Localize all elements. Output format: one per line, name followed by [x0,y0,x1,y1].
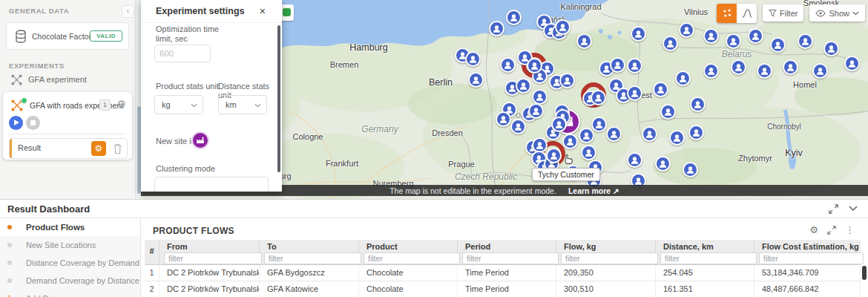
filter-input[interactable] [462,252,559,264]
customer-marker[interactable] [703,28,719,44]
customer-marker[interactable] [576,33,592,49]
show-button[interactable]: Show [809,4,865,22]
result-accent-bar [10,139,12,158]
customer-marker[interactable] [844,56,860,71]
customer-marker[interactable] [798,33,813,49]
filter-input[interactable] [164,252,262,264]
result-item[interactable]: Result ⚙ [9,138,128,159]
table-scrollbar-track[interactable] [862,266,867,296]
sidebar-item-gfa-experiment[interactable]: GFA experiment [0,71,135,89]
customer-marker[interactable] [783,59,798,75]
customer-marker[interactable] [660,104,676,120]
gear-icon[interactable]: ⚙ [809,224,818,235]
chevron-down-icon[interactable] [849,206,858,212]
column-label: From [160,240,259,251]
customer-marker[interactable] [591,117,607,132]
table-row[interactable]: 2DC 2 Piotrków TrybunalskiGFA KatowiceCh… [145,281,861,297]
customer-marker[interactable] [642,126,657,142]
stop-experiment-button[interactable] [26,116,40,130]
customer-marker[interactable] [506,10,522,25]
expand-icon[interactable] [829,204,838,214]
sidebar-item-gfa-with-roads-experiment[interactable]: GFA with roads experiment 1 ⚙ Result ⚙ [3,92,132,160]
customer-marker[interactable] [655,156,671,172]
customer-marker[interactable] [510,119,526,134]
clustering-mode-select[interactable] [154,177,269,192]
customer-marker[interactable] [489,21,504,36]
product-stats-unit-select[interactable]: kg [154,95,203,114]
run-experiment-button[interactable] [9,116,23,130]
customer-marker[interactable] [627,58,642,74]
customer-marker[interactable] [675,71,691,86]
customer-marker[interactable] [579,128,594,143]
scenario-card[interactable]: Chocolate Factory GFA wit... VALID [6,22,129,50]
customer-marker[interactable] [610,57,625,73]
customer-marker[interactable] [653,82,668,97]
customer-marker[interactable] [812,63,828,79]
optimization-time-input[interactable] [154,45,211,62]
table-cell: DC 2 Piotrków Trybunalski [160,265,260,281]
filter-input[interactable] [364,252,460,264]
dashboard-menu-item[interactable]: New Site Locations [0,236,140,254]
customer-marker[interactable] [468,72,484,88]
collapse-sidebar-button[interactable]: ‹ [122,5,134,18]
kebab-menu-icon[interactable]: ⋮ [845,224,855,235]
customer-marker[interactable] [731,59,746,75]
customer-marker[interactable] [562,134,578,149]
close-icon[interactable]: × [260,5,266,17]
filter-button[interactable]: Filter [763,4,803,22]
table-scrollbar-thumb[interactable] [862,266,867,280]
customer-marker[interactable] [546,148,562,163]
customer-marker[interactable] [770,37,786,53]
dashboard-menu-item[interactable]: +Add Page [0,290,140,297]
customer-marker[interactable] [679,22,694,38]
bullet-icon [7,278,12,283]
customer-marker[interactable] [581,145,596,160]
customer-marker[interactable] [496,111,511,127]
customer-marker[interactable] [748,28,763,44]
new-site-icon-preview[interactable] [191,131,209,149]
expand-icon[interactable] [827,226,836,235]
customer-marker[interactable] [606,126,622,142]
customer-marker[interactable] [688,125,704,140]
sidebar-scrollbar-thumb[interactable] [137,106,141,194]
map-city-label: Kaliningrad [560,2,601,11]
filter-input[interactable] [660,252,757,264]
customer-marker[interactable] [627,85,642,101]
customer-marker[interactable] [757,63,772,79]
distance-stats-unit-select[interactable]: km [218,95,267,114]
customer-marker[interactable] [631,26,646,42]
filter-input[interactable] [264,252,361,264]
filter-input[interactable] [759,252,864,264]
customer-marker[interactable] [559,73,575,88]
customer-marker[interactable] [465,51,481,67]
customer-marker[interactable] [627,152,642,168]
customer-marker[interactable] [555,19,571,35]
dashboard-menu-item[interactable]: Distance Coverage by Demand [0,254,140,272]
customer-marker[interactable] [683,162,698,177]
customer-marker[interactable] [528,103,544,119]
gear-icon[interactable]: ⚙ [116,98,126,110]
customer-marker[interactable] [690,97,706,112]
filter-input[interactable] [561,252,658,264]
learn-more-link[interactable]: Learn more ↗ [568,186,619,195]
customer-marker[interactable] [532,89,548,105]
customer-marker[interactable] [726,33,741,49]
customer-marker[interactable] [823,41,839,56]
customer-marker[interactable] [703,63,719,79]
result-settings-button[interactable]: ⚙ [91,141,106,156]
customer-marker[interactable] [551,117,567,132]
customer-marker[interactable] [500,57,516,73]
settings-scrollbar-thumb[interactable] [277,25,280,172]
customer-marker[interactable] [669,130,685,146]
customer-marker[interactable] [662,36,678,51]
show-sites-button[interactable] [717,4,737,23]
sidebar-scrollbar-track[interactable] [135,0,141,199]
customer-marker[interactable] [527,58,542,74]
dashboard-menu-item[interactable]: Product Flows [0,218,140,236]
show-roads-button[interactable] [737,4,757,23]
trash-icon[interactable] [112,143,123,154]
table-row[interactable]: 1DC 2 Piotrków TrybunalskiGFA BydgoszczC… [145,265,861,281]
customer-marker[interactable] [516,78,531,94]
dashboard-menu-item[interactable]: Demand Coverage by Distance [0,272,140,290]
customer-marker[interactable] [591,90,606,105]
